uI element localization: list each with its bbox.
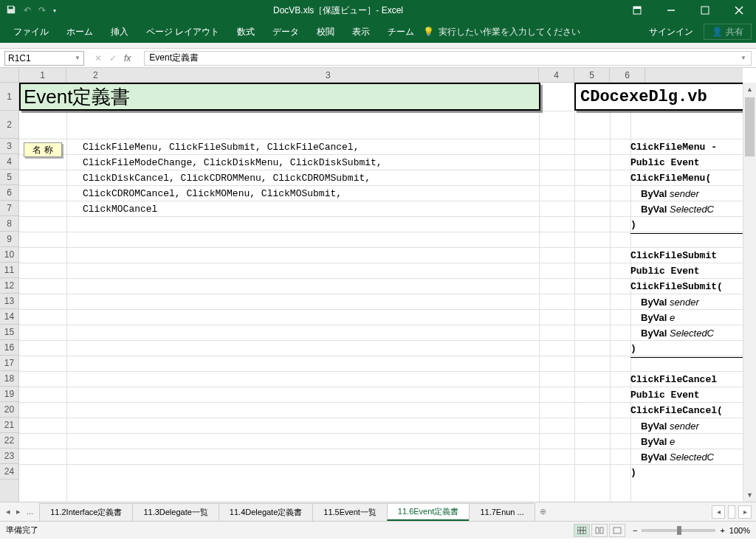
view-normal-icon[interactable] <box>574 524 590 537</box>
rcell-r11[interactable]: Public Event <box>630 266 756 277</box>
zoom-level[interactable]: 100% <box>729 526 750 535</box>
cell-name-label[interactable]: 名 称 <box>24 142 62 157</box>
rcell-r16[interactable]: ) <box>630 343 756 354</box>
row-header-23[interactable]: 23 <box>0 449 18 464</box>
cell-title[interactable]: Event定義書 <box>19 83 540 111</box>
cell-code-row7[interactable]: ClickMOCancel <box>83 204 157 215</box>
row-header-15[interactable]: 15 <box>0 325 18 340</box>
cell-code-row6[interactable]: ClickCDROMCancel, ClickMOMenu, ClickMOSu… <box>83 188 342 199</box>
zoom-in-icon[interactable]: + <box>720 526 724 535</box>
view-page-layout-icon[interactable] <box>591 524 608 537</box>
row-header-6[interactable]: 6 <box>0 185 18 201</box>
tab-data[interactable]: データ <box>264 21 308 43</box>
col-header-4[interactable]: 4 <box>539 68 574 82</box>
row-header-13[interactable]: 13 <box>0 294 18 309</box>
row-header-9[interactable]: 9 <box>0 232 18 247</box>
fx-icon[interactable]: fx <box>124 53 135 63</box>
row-header-14[interactable]: 14 <box>0 309 18 325</box>
rcell-r3[interactable]: ClickFileMenu - <box>630 142 756 153</box>
tab-insert[interactable]: 挿入 <box>102 21 137 43</box>
rcell-r21[interactable]: ByVal sender <box>630 421 756 432</box>
tab-view[interactable]: 表示 <box>343 21 379 43</box>
view-page-break-icon[interactable] <box>609 524 625 537</box>
rcell-r19[interactable]: Public Event <box>630 390 756 401</box>
col-header-5[interactable]: 5 <box>574 68 610 82</box>
tab-file[interactable]: ファイル <box>4 21 58 43</box>
sheet-tab-interface-def[interactable]: 11.2Interface定義書 <box>39 503 133 521</box>
col-header-2-3[interactable]: 23 <box>66 68 539 82</box>
sheet-nav-more[interactable]: ... <box>27 507 33 516</box>
rcell-r13[interactable]: ByVal sender <box>630 297 756 308</box>
row-header-19[interactable]: 19 <box>0 387 18 402</box>
column-headers[interactable]: 1 23 4 5 6 <box>19 68 743 83</box>
hscroll-right-icon[interactable]: ▸ <box>738 505 752 519</box>
rcell-r14[interactable]: ByVal e <box>630 312 756 324</box>
name-box[interactable]: R1C1 ▼ <box>4 51 84 66</box>
row-header-5[interactable]: 5 <box>0 170 18 185</box>
row-header-4[interactable]: 4 <box>0 154 18 170</box>
row-header-10[interactable]: 10 <box>0 247 18 263</box>
sheet-tab-delegate-def[interactable]: 11.4Delegate定義書 <box>219 503 313 521</box>
row-header-2[interactable]: 2 <box>0 111 18 139</box>
row-header-16[interactable]: 16 <box>0 340 18 356</box>
save-icon[interactable] <box>6 4 16 17</box>
sheet-nav-next-icon[interactable]: ▸ <box>16 507 21 516</box>
scroll-down-icon[interactable]: ▼ <box>743 488 756 502</box>
cell-code-row3[interactable]: ClickFileMenu, ClickFileSubmit, ClickFil… <box>83 142 359 153</box>
maximize-icon[interactable] <box>688 0 722 21</box>
row-header-8[interactable]: 8 <box>0 216 18 232</box>
row-header-12[interactable]: 12 <box>0 278 18 294</box>
rcell-r12[interactable]: ClickFileSubmit( <box>630 281 756 292</box>
spreadsheet-grid[interactable]: 1 23 4 5 6 1 2 3 4 5 6 7 8 9 10 11 12 13… <box>0 68 756 502</box>
close-icon[interactable] <box>722 0 756 21</box>
tab-formulas[interactable]: 数式 <box>228 21 264 43</box>
new-sheet-icon[interactable]: ⊕ <box>535 507 552 516</box>
sheet-tab-event-def[interactable]: 11.6Event定義書 <box>387 503 470 521</box>
tell-me-search[interactable]: 💡 実行したい作業を入力してください <box>423 26 580 38</box>
zoom-slider[interactable] <box>642 529 715 532</box>
tab-team[interactable]: チーム <box>379 21 423 43</box>
row-header-22[interactable]: 22 <box>0 433 18 449</box>
hscroll-track[interactable] <box>728 505 735 519</box>
row-header-17[interactable]: 17 <box>0 356 18 371</box>
cancel-formula-icon[interactable]: ✕ <box>94 53 102 63</box>
row-header-3[interactable]: 3 <box>0 139 18 154</box>
zoom-out-icon[interactable]: − <box>633 526 637 535</box>
tab-home[interactable]: ホーム <box>58 21 102 43</box>
tab-page-layout[interactable]: ページ レイアウト <box>137 21 228 43</box>
cell-file-title[interactable]: CDocexeDlg.vb <box>574 83 755 111</box>
rcell-r18[interactable]: ClickFileCancel <box>630 374 756 385</box>
rcell-r4[interactable]: Public Event <box>630 157 756 168</box>
sheet-tab-event-list[interactable]: 11.5Event一覧 <box>312 503 388 521</box>
row-headers[interactable]: 1 2 3 4 5 6 7 8 9 10 11 12 13 14 15 16 1… <box>0 83 19 502</box>
rcell-r5[interactable]: ClickFileMenu( <box>630 173 756 184</box>
row-header-11[interactable]: 11 <box>0 263 18 278</box>
cell-code-row5[interactable]: ClickDiskCancel, ClickCDROMMenu, ClickCD… <box>83 173 371 184</box>
rcell-r22[interactable]: ByVal e <box>630 436 756 448</box>
formula-bar[interactable]: Event定義書 ▼ <box>144 51 752 66</box>
select-all-corner[interactable] <box>0 68 19 83</box>
ribbon-options-icon[interactable] <box>620 0 654 21</box>
formula-expand-icon[interactable]: ▼ <box>740 55 746 61</box>
rcell-r10[interactable]: ClickFileSubmit <box>630 250 756 261</box>
rcell-r15[interactable]: ByVal SelectedC <box>630 328 756 339</box>
row-header-7[interactable]: 7 <box>0 201 18 216</box>
rcell-r20[interactable]: ClickFileCancel( <box>630 405 756 416</box>
signin-link[interactable]: サインイン <box>639 26 704 38</box>
row-header-1[interactable]: 1 <box>0 83 18 111</box>
scroll-thumb[interactable] <box>745 97 755 156</box>
minimize-icon[interactable] <box>654 0 688 21</box>
rcell-r24[interactable]: ) <box>630 467 756 478</box>
row-header-18[interactable]: 18 <box>0 371 18 387</box>
col-header-1[interactable]: 1 <box>19 68 66 82</box>
cells-area[interactable]: Event定義書 CDocexeDlg.vb 名 称 ClickFileMenu… <box>19 83 743 502</box>
tab-review[interactable]: 校閲 <box>308 21 343 43</box>
hscroll-left-icon[interactable]: ◂ <box>712 505 725 519</box>
sheet-nav-prev-icon[interactable]: ◂ <box>6 507 10 516</box>
col-header-6[interactable]: 6 <box>610 68 645 82</box>
row-header-20[interactable]: 20 <box>0 402 18 418</box>
rcell-r23[interactable]: ByVal SelectedC <box>630 452 756 463</box>
undo-icon[interactable]: ↶ <box>24 5 31 15</box>
share-button[interactable]: 👤 共有 <box>704 24 752 40</box>
sheet-tab-enum[interactable]: 11.7Enun ... <box>469 503 535 521</box>
